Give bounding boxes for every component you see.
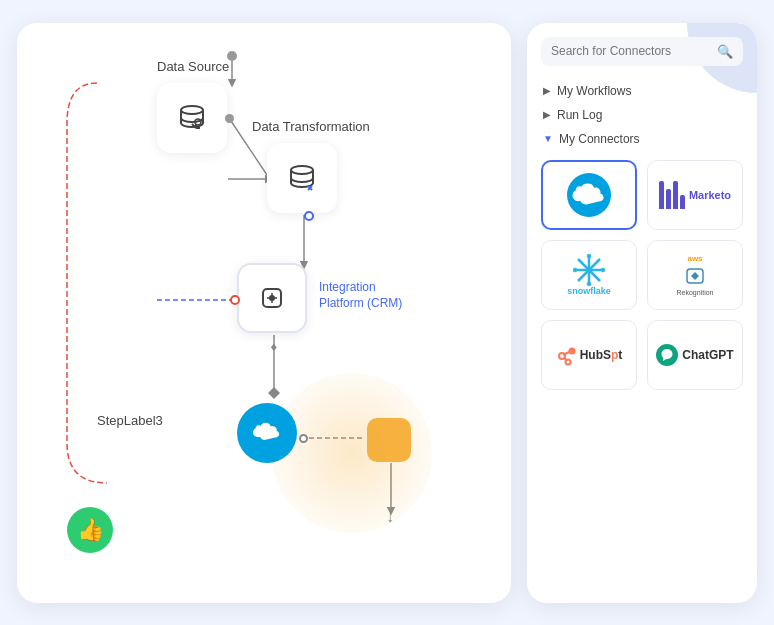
aws-text: aws bbox=[687, 254, 702, 263]
aws-logo: aws Rekognition bbox=[677, 254, 714, 296]
nav-label-workflows: My Workflows bbox=[557, 84, 631, 98]
nav-arrow-myconnectors: ▼ bbox=[543, 133, 553, 144]
workflow-canvas: Data Source Data Transformation bbox=[37, 43, 491, 583]
nav-label-myconnectors: My Connectors bbox=[559, 132, 640, 146]
nav-item-workflows[interactable]: ▶ My Workflows bbox=[541, 80, 743, 102]
chatgpt-icon bbox=[656, 344, 678, 366]
hubspot-icon bbox=[556, 344, 578, 366]
blue-dot-1 bbox=[304, 211, 314, 221]
workflow-panel: Data Source Data Transformation bbox=[17, 23, 511, 603]
nav-item-myconnectors[interactable]: ▼ My Connectors bbox=[541, 128, 743, 150]
db-source-node[interactable] bbox=[157, 83, 227, 153]
connector-card-marketo[interactable]: Marketo bbox=[647, 160, 743, 230]
salesforce-icon-large bbox=[237, 403, 297, 463]
down-arrow: ↓ bbox=[386, 508, 394, 526]
svg-point-8 bbox=[181, 106, 203, 114]
connector-card-aws[interactable]: aws Rekognition bbox=[647, 240, 743, 310]
connector-dot-sf bbox=[299, 434, 308, 443]
nav-item-runlog[interactable]: ▶ Run Log bbox=[541, 104, 743, 126]
step-label-3: StepLabel3 bbox=[97, 413, 163, 428]
red-dot-crm bbox=[230, 295, 240, 305]
search-bar[interactable]: 🔍 bbox=[541, 37, 743, 66]
chatgpt-text: ChatGPT bbox=[682, 348, 733, 362]
marketo-logo bbox=[659, 181, 685, 209]
svg-point-23 bbox=[601, 268, 605, 272]
db-transform-node[interactable] bbox=[267, 143, 337, 213]
hubspot-logo: HubSpt bbox=[556, 344, 623, 366]
aws-rekognition-label: Rekognition bbox=[677, 289, 714, 296]
crm-icon bbox=[255, 281, 289, 315]
nav-arrow-workflows: ▶ bbox=[543, 85, 551, 96]
salesforce-bottom-node[interactable] bbox=[232, 398, 302, 468]
sf-cloud-icon bbox=[251, 422, 283, 444]
data-transform-label: Data Transformation bbox=[252, 119, 370, 134]
svg-point-15 bbox=[269, 295, 275, 301]
salesforce-logo bbox=[567, 173, 611, 217]
search-input[interactable] bbox=[551, 44, 711, 58]
search-icon: 🔍 bbox=[717, 44, 733, 59]
svg-point-29 bbox=[565, 359, 570, 364]
hubspot-text: HubSpt bbox=[580, 348, 623, 362]
main-container: Data Source Data Transformation bbox=[17, 23, 757, 603]
snowflake-label: snowflake bbox=[567, 286, 611, 296]
connector-card-snowflake[interactable]: snowflake bbox=[541, 240, 637, 310]
svg-point-25 bbox=[568, 347, 575, 354]
thumbs-up-button[interactable]: 👍 bbox=[67, 507, 113, 553]
connectors-inner: 🔍 ▶ My Workflows ▶ Run Log ▼ My Connecto… bbox=[527, 23, 757, 404]
connectors-panel: 🔍 ▶ My Workflows ▶ Run Log ▼ My Connecto… bbox=[527, 23, 757, 603]
connector-card-hubspot[interactable]: HubSpt bbox=[541, 320, 637, 390]
db-transform-icon bbox=[286, 162, 318, 194]
svg-point-27 bbox=[559, 353, 565, 359]
nav-label-runlog: Run Log bbox=[557, 108, 602, 122]
marketo-text: Marketo bbox=[689, 189, 731, 201]
nav-arrow-runlog: ▶ bbox=[543, 109, 551, 120]
diamond-connector: ⬧ bbox=[269, 337, 279, 355]
snowflake-container: snowflake bbox=[567, 254, 611, 296]
connector-dot-1 bbox=[225, 114, 234, 123]
svg-point-22 bbox=[573, 268, 577, 272]
integration-label: IntegrationPlatform (CRM) bbox=[319, 279, 402, 313]
svg-point-13 bbox=[291, 166, 313, 174]
connector-card-chatgpt[interactable]: ChatGPT bbox=[647, 320, 743, 390]
orange-placeholder-box[interactable] bbox=[367, 418, 411, 462]
crm-node[interactable] bbox=[237, 263, 307, 333]
snowflake-icon bbox=[573, 254, 605, 286]
connector-card-salesforce[interactable] bbox=[541, 160, 637, 230]
data-source-label: Data Source bbox=[157, 59, 229, 74]
connectors-grid: Marketo bbox=[541, 160, 743, 390]
chatgpt-logo: ChatGPT bbox=[656, 344, 733, 366]
svg-point-20 bbox=[587, 254, 591, 258]
aws-icon bbox=[681, 265, 709, 287]
db-source-icon bbox=[176, 102, 208, 134]
